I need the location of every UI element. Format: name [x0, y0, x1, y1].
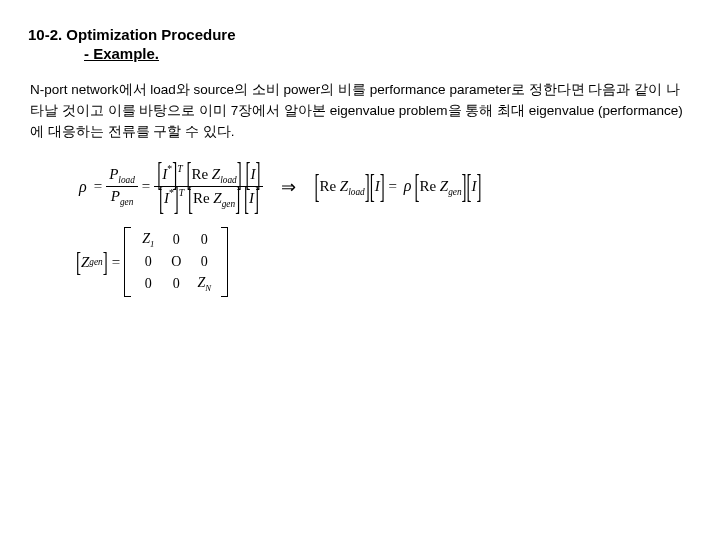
m-cell: O [171, 254, 181, 270]
p-num-sub: load [118, 175, 135, 185]
z-sym: Z [213, 190, 221, 206]
z-sym: Z [340, 178, 348, 194]
equation-2: [Zgen] = Z1 0 0 0 O 0 0 0 ZN [76, 227, 692, 297]
eq1-lhs: ρ = Pload Pgen = [I*]T [Re Zload] [I] [I… [76, 163, 263, 211]
rho-symbol: ρ [76, 178, 90, 196]
implies-arrow: ⇒ [281, 176, 296, 198]
m-cell: 0 [145, 254, 152, 270]
m-cell: ZN [197, 275, 211, 293]
transpose: T [179, 187, 184, 198]
z-gen-sub: gen [222, 199, 235, 209]
rho-symbol: ρ [401, 177, 415, 194]
m-cell: 0 [201, 232, 208, 248]
section-subtitle: - Example. [28, 45, 692, 62]
m-cell: 0 [173, 276, 180, 292]
equation-area: ρ = Pload Pgen = [I*]T [Re Zload] [I] [I… [28, 163, 692, 297]
zgen-label: [Zgen] [76, 254, 108, 271]
gen-sub: gen [89, 257, 102, 267]
re-label: Re [191, 166, 208, 182]
equals: = [142, 178, 150, 195]
document-page: 10-2. Optimization Procedure - Example. … [0, 0, 720, 297]
i-fraction: [I*]T [Re Zload] [I] [I*]T [Re Zgen] [I] [154, 163, 263, 211]
zgen-matrix: Z1 0 0 0 O 0 0 0 ZN [124, 227, 228, 297]
eq1-rhs: [Re Zload][I] = ρ[Re Zgen][I] [314, 177, 481, 197]
z-gen-sub: gen [448, 187, 461, 197]
p-fraction: Pload Pgen [106, 165, 138, 209]
re-label: Re [319, 178, 336, 194]
p-num: P [109, 166, 118, 182]
equals: = [94, 178, 102, 195]
equation-1: ρ = Pload Pgen = [I*]T [Re Zload] [I] [I… [76, 163, 692, 211]
z-load-sub: load [348, 187, 365, 197]
re-label: Re [419, 178, 436, 194]
z-sym: Z [212, 166, 220, 182]
m-cell: 0 [145, 276, 152, 292]
m-cell: 0 [201, 254, 208, 270]
z-sym: Z [440, 178, 448, 194]
z-sym: Z [81, 254, 89, 271]
m-cell: Z1 [142, 231, 154, 249]
p-den-sub: gen [120, 197, 133, 207]
re-label: Re [193, 190, 210, 206]
transpose: T [177, 163, 182, 174]
body-paragraph: N-port network에서 load와 source의 소비 power의… [28, 80, 692, 143]
equals: = [112, 254, 120, 271]
section-title: 10-2. Optimization Procedure [28, 24, 692, 45]
m-cell: 0 [173, 232, 180, 248]
p-den: P [111, 188, 120, 204]
